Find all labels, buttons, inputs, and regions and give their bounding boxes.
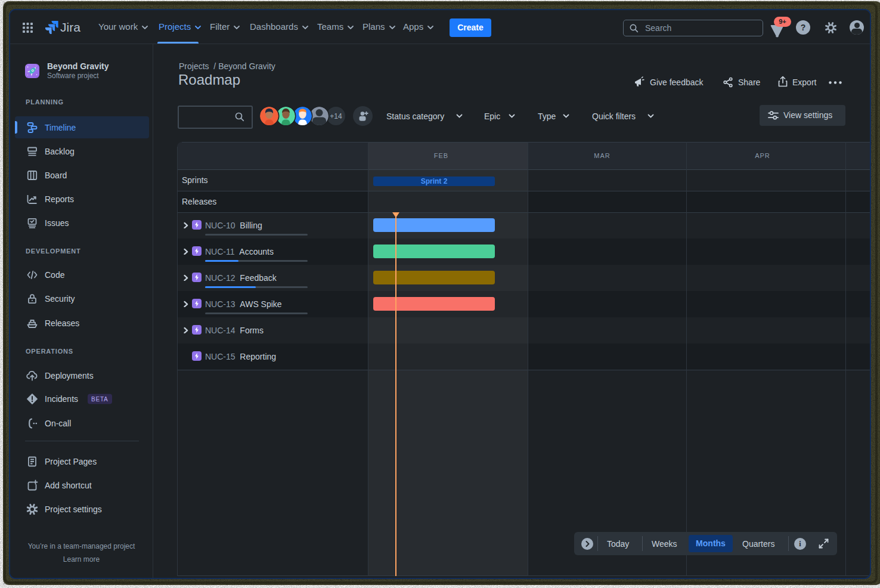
svg-text:+14: +14 — [330, 112, 342, 120]
